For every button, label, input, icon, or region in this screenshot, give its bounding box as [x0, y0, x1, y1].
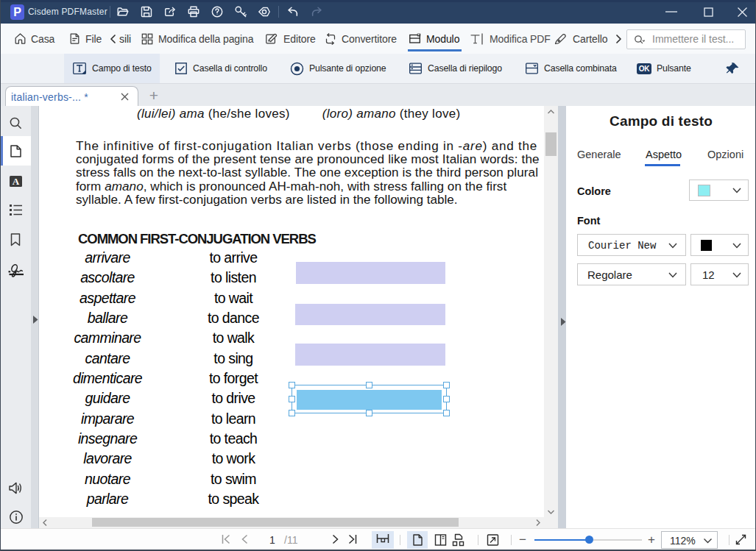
- svg-text:A: A: [13, 176, 20, 187]
